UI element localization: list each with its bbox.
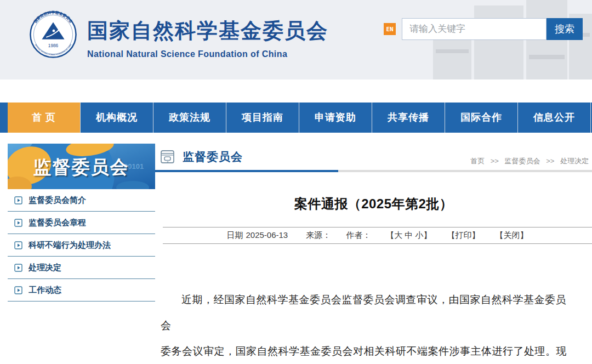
- article-meta-bar: 日期2025-06-13 来源： 作者： 【大 中 小】 【打印】 【关闭】: [163, 227, 592, 244]
- search-area: EN 搜索: [384, 18, 583, 40]
- play-square-icon: [14, 286, 22, 294]
- banner-title: 监督委员会: [33, 157, 129, 177]
- nav-item-information[interactable]: 信息公开: [518, 103, 591, 133]
- nav-item-sharing[interactable]: 共享传播: [372, 103, 445, 133]
- article-date: 日期2025-06-13: [226, 230, 291, 241]
- nav-item-funding[interactable]: 申请资助: [299, 103, 372, 133]
- sidebar: 00101 监督委员会 监督委员会简介 监督委员会章程: [8, 144, 155, 364]
- sidebar-item-misconduct-measures[interactable]: 科研不端行为处理办法: [8, 234, 155, 257]
- play-square-icon: [14, 241, 22, 249]
- article-body-line: 委务会议审定，国家自然科学基金委员会对相关科研不端案件涉事主体进行了处理。现根: [161, 338, 573, 364]
- font-size-control[interactable]: 【大 中 小】: [386, 230, 431, 241]
- main-navigation: 首 页 机构概况 政策法规 项目指南 申请资助 共享传播 国际合作 信息公开: [0, 103, 592, 133]
- close-button[interactable]: 【关闭】: [496, 230, 528, 241]
- sidebar-item-handling-decisions[interactable]: 处理决定: [8, 257, 155, 279]
- breadcrumb: 首页 >> 监督委员会 >> 处理决定: [470, 156, 592, 170]
- notebook-icon: [160, 149, 176, 165]
- main-content: 监督委员会 首页 >> 监督委员会 >> 处理决定 案件通报（2025年第2批）…: [155, 144, 592, 364]
- sidebar-item-committee-charter[interactable]: 监督委员会章程: [8, 212, 155, 234]
- breadcrumb-supervisory-committee[interactable]: 监督委员会: [505, 157, 540, 165]
- site-header: 国家自然科学基金委员会 NATIONAL NATURAL SCIENCE FOU…: [0, 0, 592, 79]
- section-title: 监督委员会: [183, 149, 243, 164]
- article-body-line: 近期，经国家自然科学基金委员会监督委员会调查审议，由国家自然科学基金委员会: [161, 287, 573, 338]
- sidebar-item-label: 科研不端行为处理办法: [29, 240, 111, 251]
- nsfc-logo-seal[interactable]: 国家自然科学基金委员会 NATIONAL NATURAL SCIENCE FOU…: [29, 10, 77, 59]
- site-subtitle: National Natural Science Foundation of C…: [87, 49, 328, 59]
- sidebar-item-committee-intro[interactable]: 监督委员会简介: [8, 189, 155, 212]
- breadcrumb-separator: >>: [491, 157, 499, 165]
- supervisory-committee-banner: 00101 监督委员会: [8, 144, 155, 189]
- nav-item-policies[interactable]: 政策法规: [153, 103, 226, 133]
- breadcrumb-current: 处理决定: [560, 157, 589, 165]
- english-version-button[interactable]: EN: [384, 23, 396, 35]
- sidebar-item-label: 处理决定: [29, 263, 61, 273]
- date-value: 2025-06-13: [246, 230, 288, 240]
- print-button[interactable]: 【打印】: [447, 230, 480, 241]
- sidebar-item-label: 监督委员会简介: [29, 195, 86, 206]
- date-label: 日期: [226, 230, 243, 240]
- source-label: 来源：: [306, 230, 331, 241]
- section-divider: [155, 170, 592, 172]
- nav-item-international[interactable]: 国际合作: [445, 103, 518, 133]
- sidebar-item-label: 监督委员会章程: [29, 218, 86, 228]
- nav-item-organization[interactable]: 机构概况: [81, 103, 153, 133]
- site-title: 国家自然科学基金委员会: [87, 17, 328, 45]
- play-square-icon: [14, 264, 22, 272]
- search-button[interactable]: 搜索: [547, 18, 583, 40]
- search-input[interactable]: [402, 18, 547, 40]
- sidebar-menu: 监督委员会简介 监督委员会章程 科研不端行为处理办法: [8, 189, 155, 302]
- article-body: 近期，经国家自然科学基金委员会监督委员会调查审议，由国家自然科学基金委员会 委务…: [161, 287, 573, 364]
- breadcrumb-home[interactable]: 首页: [470, 157, 485, 165]
- play-square-icon: [14, 219, 22, 227]
- article-title: 案件通报（2025年第2批）: [155, 195, 592, 213]
- author-label: 作者：: [346, 230, 371, 241]
- sidebar-item-label: 工作动态: [29, 285, 61, 295]
- play-square-icon: [14, 196, 22, 204]
- nav-item-program-guide[interactable]: 项目指南: [226, 103, 299, 133]
- sidebar-item-work-news[interactable]: 工作动态: [8, 279, 155, 302]
- nav-item-home[interactable]: 首 页: [8, 103, 81, 133]
- logo-year-text: 1986: [48, 43, 59, 48]
- breadcrumb-separator: >>: [546, 157, 554, 165]
